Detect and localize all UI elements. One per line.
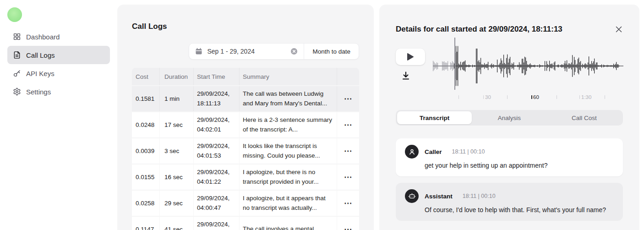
dashboard-grid-icon [13,33,21,41]
table-row[interactable]: 0.0155 16 sec 29/09/2024, 04:01:22 I apo… [132,164,359,190]
transcript-messages: Caller 18:11 | 00:10 get your help in se… [396,138,623,221]
ellipsis-icon[interactable]: ⋯ [344,173,352,181]
cell-summary: I apologize, but it appears that no tran… [239,191,337,216]
call-details-panel: Details for call started at 29/09/2024, … [379,5,639,230]
ellipsis-icon[interactable]: ⋯ [344,147,352,155]
sidebar-item[interactable]: Dashboard [7,27,110,46]
calendar-icon [195,48,202,55]
cell-summary: I apologize, but there is no transcript … [239,164,337,190]
cell-cost: 0.0039 [132,138,159,164]
message-timestamp: 18:11 | 00:10 [452,148,485,155]
table-row[interactable]: 0.1581 1 min 29/09/2024, 18:11:13 The ca… [132,85,359,111]
header-start-time: Start Time [193,68,239,85]
cell-summary: The call involves a mental... [239,217,337,230]
circle-x-icon[interactable] [290,48,298,55]
person-icon [408,148,416,156]
play-icon [407,53,414,61]
ellipsis-icon[interactable]: ⋯ [344,199,352,207]
cell-duration: 3 sec [159,138,193,164]
timeline-tick-label: 1:30 [581,94,591,100]
timeline-ruler: 30 60 1:30 [433,90,625,103]
header-cost: Cost [132,68,159,85]
sidebar-item-label: Settings [26,88,51,96]
table-row[interactable]: 0.1147 41 sec 29/09/2024, 03:53:53 The c… [132,216,359,230]
details-title: Details for call started at 29/09/2024, … [396,25,562,34]
robot-icon [408,192,416,200]
table-header-row: Cost Duration Start Time Summary [132,68,359,85]
cell-cost: 0.1581 [132,86,159,111]
ellipsis-icon[interactable]: ⋯ [344,225,352,230]
transcript-message: Assistant 18:11 | 00:10 Of course, I'd l… [396,183,623,221]
close-icon[interactable] [615,25,623,33]
playhead-cursor[interactable] [454,38,455,90]
timeline-tick: 60 [531,95,532,99]
cell-duration: 41 sec [159,217,193,230]
call-logs-panel: Call Logs Sep 1 - 29, 2024 [117,5,374,230]
tab[interactable]: Call Cost [547,111,622,124]
cell-start-time: 29/09/2024, 18:11:13 [193,86,239,111]
waveform-area: 30 60 1:30 [433,44,623,104]
sidebar-item[interactable]: API Keys [7,64,110,82]
tab-label: Transcript [420,115,449,121]
sidebar-item-label: API Keys [26,70,55,77]
message-timestamp: 18:11 | 00:10 [463,193,496,199]
sidebar-item[interactable]: Call Logs [7,46,110,64]
tab-label: Analysis [498,115,521,121]
cell-start-time: 29/09/2024, 03:53:53 [193,217,239,230]
timeline-tick: 30 [483,95,484,99]
timeline-tick-label: 60 [533,94,539,100]
message-text: get your help in setting up an appointme… [425,162,615,169]
cell-cost: 0.0155 [132,164,159,190]
play-button[interactable] [396,49,425,65]
header-summary: Summary [239,68,337,85]
download-icon[interactable] [401,71,410,80]
date-filter-group: Sep 1 - 29, 2024 Month to date [189,43,359,60]
cell-summary: It looks like the transcript is missing.… [239,138,337,164]
gear-icon [13,88,21,96]
timeline-tick: 1:30 [579,95,580,99]
cell-duration: 16 sec [159,164,193,190]
speaker-avatar [405,145,419,159]
sidebar-item[interactable]: Settings [7,82,110,101]
cell-cost: 0.0248 [132,112,159,137]
table-row[interactable]: 0.0039 3 sec 29/09/2024, 04:01:53 It loo… [132,137,359,164]
speaker-name: Caller [425,148,442,155]
cell-start-time: 29/09/2024, 04:01:53 [193,138,239,164]
cell-start-time: 29/09/2024, 04:01:22 [193,164,239,190]
sidebar-nav: Dashboard Call Logs [0,27,117,101]
cell-cost: 0.0258 [132,191,159,216]
timeline-tick-label: 30 [485,94,491,100]
timeline-tick [605,95,605,99]
table-row[interactable]: 0.0248 17 sec 29/09/2024, 04:02:01 Here … [132,111,359,137]
speaker-avatar [405,189,419,203]
cell-start-time: 29/09/2024, 04:00:47 [193,191,239,216]
message-text: Of course, I'd love to help with that. F… [425,206,615,214]
call-logs-title: Call Logs [132,22,359,31]
tab[interactable]: Analysis [472,111,546,124]
sidebar-item-label: Dashboard [26,33,60,41]
cell-cost: 0.1147 [132,217,159,230]
header-duration: Duration [159,68,193,85]
waveform[interactable] [433,44,625,90]
cell-summary: Here is a 2-3 sentence summary of the tr… [239,112,337,137]
ellipsis-icon[interactable]: ⋯ [344,121,352,129]
cell-start-time: 29/09/2024, 04:02:01 [193,112,239,137]
month-to-date-button[interactable]: Month to date [304,44,359,59]
call-logs-table: Cost Duration Start Time Summary 0.1581 … [132,68,359,230]
sidebar: Dashboard Call Logs [0,0,117,230]
cell-summary: The call was between Ludwig and Mary fro… [239,86,337,111]
timeline-tick [507,95,508,99]
ellipsis-icon[interactable]: ⋯ [344,95,352,103]
sidebar-item-label: Call Logs [26,51,55,59]
header-menu [337,68,359,85]
table-row[interactable]: 0.0258 29 sec 29/09/2024, 04:00:47 I apo… [132,190,359,216]
avatar[interactable] [7,7,22,22]
details-tabs: Transcript Analysis Call Cost [396,110,623,126]
date-range-picker[interactable]: Sep 1 - 29, 2024 [189,44,304,59]
cell-duration: 29 sec [159,191,193,216]
file-text-icon [13,51,21,59]
timeline-tick [557,95,557,99]
tab[interactable]: Transcript [397,111,472,124]
timeline-tick [458,95,459,99]
cell-duration: 17 sec [159,112,193,137]
